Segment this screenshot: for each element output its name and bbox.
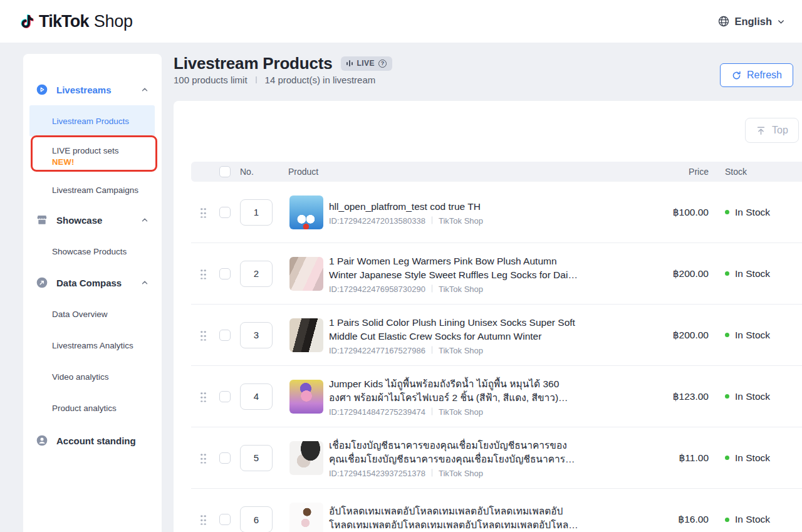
product-image <box>289 318 323 352</box>
scroll-to-top-button[interactable]: Top <box>745 118 799 143</box>
product-title: hll_open_platfrom_test cod true TH <box>329 199 580 213</box>
chevron-up-icon <box>140 216 149 224</box>
stock-label: In Stock <box>735 207 770 218</box>
table-row: 4 Jumper Kids ไม้ถูพื้นพร้อมถังรีดน้ำ ไม… <box>191 366 802 427</box>
sidebar-item-label: Livestreams Analytics <box>52 341 133 350</box>
id-divider <box>432 217 432 224</box>
sidebar-section-label: Account standing <box>56 436 136 446</box>
sidebar-section-showcase[interactable]: Showcase <box>23 204 162 236</box>
sidebar-item-livestream-campaigns[interactable]: Livestream Campaigns <box>23 175 162 204</box>
sidebar-section-label: Showcase <box>56 215 102 226</box>
live-status-badge: LIVE <box>341 56 392 71</box>
product-price: ฿200.00 <box>592 330 709 341</box>
sidebar-item-video-analytics[interactable]: Video analytics <box>23 361 162 392</box>
drag-handle-icon[interactable] <box>200 330 206 340</box>
logo-text-tiktok: TikTok <box>39 12 89 31</box>
stock-status: In Stock <box>725 514 770 525</box>
row-checkbox[interactable] <box>219 514 231 525</box>
product-source: TikTok Shop <box>439 345 483 355</box>
help-icon[interactable] <box>378 60 387 68</box>
sidebar-item-livestreams-analytics[interactable]: Livestreams Analytics <box>23 330 162 361</box>
row-checkbox[interactable] <box>219 268 231 279</box>
product-id-row: ID:1729422472013580338 TikTok Shop <box>329 216 580 225</box>
sidebar-section-data-compass[interactable]: Data Compass <box>23 267 162 298</box>
row-order-input[interactable]: 3 <box>240 322 273 348</box>
product-price: ฿11.00 <box>592 452 709 464</box>
stock-label: In Stock <box>735 514 770 525</box>
product-title: Jumper Kids ไม้ถูพื้นพร้อมถังรีดน้ำ ไม้ถ… <box>329 377 580 404</box>
table-header-row: No. Product Price Stock <box>191 162 802 182</box>
product-title: 1 Pairs Solid Color Plush Lining Unisex … <box>329 315 580 343</box>
row-order-input[interactable]: 4 <box>240 383 273 410</box>
product-id: ID:1729415423937251378 <box>329 468 425 477</box>
sidebar-section-label: Livestreams <box>56 85 112 95</box>
drag-handle-icon[interactable] <box>200 268 206 279</box>
page-title: Livestream Products <box>174 54 332 73</box>
row-checkbox[interactable] <box>219 391 231 402</box>
id-divider <box>432 347 432 354</box>
stock-label: In Stock <box>735 330 770 341</box>
product-image <box>289 196 323 229</box>
in-stock-dot-icon <box>725 456 729 460</box>
storefront-icon <box>36 214 48 226</box>
drag-handle-icon[interactable] <box>200 452 206 463</box>
stock-label: In Stock <box>735 391 770 402</box>
row-order-input[interactable]: 1 <box>240 199 273 226</box>
product-id: ID:1729422476958730290 <box>329 284 425 293</box>
product-source: TikTok Shop <box>439 284 483 293</box>
product-source: TikTok Shop <box>439 216 483 225</box>
drag-handle-icon[interactable] <box>200 514 206 525</box>
select-all-checkbox[interactable] <box>219 166 231 177</box>
row-checkbox[interactable] <box>219 207 231 218</box>
sidebar-item-data-overview[interactable]: Data Overview <box>23 298 162 330</box>
id-divider <box>432 408 432 415</box>
top-button-label: Top <box>772 125 788 136</box>
table-row: 3 1 Pairs Solid Color Plush Lining Unise… <box>191 305 802 366</box>
drag-handle-icon[interactable] <box>200 207 206 217</box>
in-stock-dot-icon <box>725 210 729 214</box>
stock-status: In Stock <box>725 391 770 402</box>
sidebar-item-label: Data Overview <box>52 310 108 319</box>
row-checkbox[interactable] <box>219 452 231 464</box>
tiktok-shop-logo: TikTok Shop <box>19 12 133 31</box>
table-row: 5 เชื่อมโยงบัญชีธนาคารของคุณเชื่อมโยงบัญ… <box>191 427 802 489</box>
products-limit-text: 100 products limit <box>174 75 247 85</box>
row-order-input[interactable]: 6 <box>240 506 273 532</box>
product-image <box>289 257 323 291</box>
stock-status: In Stock <box>725 268 770 279</box>
product-id: ID:1729414847275239474 <box>329 407 425 416</box>
column-header-product: Product <box>288 167 318 177</box>
sidebar-item-showcase-products[interactable]: Showcase Products <box>23 236 162 267</box>
product-price: ฿16.00 <box>592 514 709 525</box>
product-id-row: ID:1729415423937251378 TikTok Shop <box>329 468 580 477</box>
row-order-input[interactable]: 2 <box>240 261 273 287</box>
product-id-row: ID:1729422477167527986 TikTok Shop <box>329 345 580 355</box>
product-source: TikTok Shop <box>439 468 483 477</box>
refresh-label: Refresh <box>747 70 782 81</box>
new-badge: NEW! <box>52 157 74 167</box>
subtitle-divider <box>256 76 257 83</box>
sidebar-item-label: Product analytics <box>52 404 117 413</box>
play-circle-icon <box>36 83 48 96</box>
refresh-button[interactable]: Refresh <box>720 63 793 87</box>
product-image <box>289 380 323 414</box>
row-checkbox[interactable] <box>219 330 231 341</box>
table-row: 2 1 Pair Women Leg Warmers Pink Bow Plus… <box>191 243 802 305</box>
sidebar: Livestreams Livestream Products LIVE pro… <box>23 54 162 532</box>
column-header-no: No. <box>240 167 254 177</box>
page-subtitle: 100 products limit 14 product(s) in live… <box>174 75 375 85</box>
column-header-price: Price <box>592 167 709 177</box>
refresh-icon <box>731 70 742 81</box>
sidebar-item-live-product-sets[interactable]: LIVE product sets NEW! <box>23 137 162 175</box>
live-badge-label: LIVE <box>357 59 375 68</box>
row-order-input[interactable]: 5 <box>240 445 273 471</box>
tiktok-note-icon <box>19 12 36 31</box>
sidebar-item-product-analytics[interactable]: Product analytics <box>23 392 162 424</box>
sidebar-section-label: Data Compass <box>56 278 122 288</box>
language-switcher[interactable]: English <box>717 15 786 28</box>
sidebar-item-livestream-products[interactable]: Livestream Products <box>29 105 155 137</box>
drag-handle-icon[interactable] <box>200 391 206 402</box>
sidebar-section-livestreams[interactable]: Livestreams <box>23 74 162 105</box>
sidebar-section-account-standing[interactable]: Account standing <box>23 424 162 457</box>
in-stock-dot-icon <box>725 394 729 399</box>
